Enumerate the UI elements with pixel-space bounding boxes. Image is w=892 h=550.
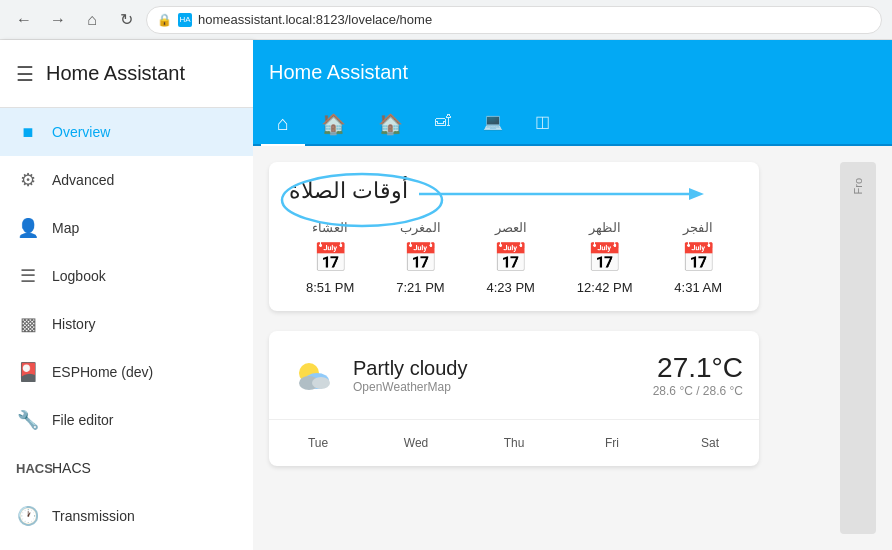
sidebar-item-label: Logbook xyxy=(52,268,106,284)
menu-icon[interactable]: ☰ xyxy=(16,62,34,86)
forecast-day-label: Tue xyxy=(308,436,328,450)
prayer-name: العصر xyxy=(495,220,527,235)
weather-icon-wrap xyxy=(285,347,341,403)
grid-icon: ■ xyxy=(16,122,40,143)
sidebar-item-label: Map xyxy=(52,220,79,236)
sidebar-item-file-editor[interactable]: 🔧 File editor xyxy=(0,396,253,444)
weather-condition: Partly cloudy xyxy=(353,357,641,380)
prayer-card-header: أوقات الصلاة xyxy=(269,162,759,212)
weather-temperature: 27.1°C xyxy=(653,352,743,384)
prayer-name: العشاء xyxy=(312,220,348,235)
lock-icon: 🔒 xyxy=(157,13,172,27)
sidebar-item-esphome[interactable]: 🎴 ESPHome (dev) xyxy=(0,348,253,396)
prayer-name: الفجر xyxy=(683,220,713,235)
prayer-time-maghrib: المغرب 📅 7:21 PM xyxy=(396,220,444,295)
wrench-icon: 🔧 xyxy=(16,409,40,431)
tab-home[interactable]: ⌂ xyxy=(261,104,305,146)
nav-tabs: ⌂ 🏠 🏠 🛋 💻 ◫ xyxy=(253,104,892,146)
weather-forecast: Tue Wed Thu Fri Sat xyxy=(269,419,759,466)
sidebar-item-advanced[interactable]: ⚙ Advanced xyxy=(0,156,253,204)
svg-point-6 xyxy=(312,377,330,389)
forecast-day-wed: Wed xyxy=(367,428,465,458)
tab-screen[interactable]: 💻 xyxy=(467,104,519,146)
sidebar-item-history[interactable]: ▩ History xyxy=(0,300,253,348)
gear-icon: ⚙ xyxy=(16,169,40,191)
prayer-times-card: أوقات الصلاة الفجر 📅 4:31 AM xyxy=(269,162,759,311)
calendar-icon: 📅 xyxy=(493,241,528,274)
prayer-time-dhuhr: الظهر 📅 12:42 PM xyxy=(577,220,633,295)
sidebar-item-label: File editor xyxy=(52,412,113,428)
partly-cloudy-icon xyxy=(289,351,337,399)
film-icon: 🎴 xyxy=(16,361,40,383)
sidebar-item-label: Advanced xyxy=(52,172,114,188)
tab-persons[interactable]: 🏠 xyxy=(305,104,362,146)
forecast-day-thu: Thu xyxy=(465,428,563,458)
chart-icon: ▩ xyxy=(16,313,40,335)
prayer-card-title: أوقات الصلاة xyxy=(289,178,408,203)
hacs-icon: HACS xyxy=(16,461,40,476)
browser-chrome: ← → ⌂ ↻ 🔒 HA homeassistant.local:8123/lo… xyxy=(0,0,892,40)
home-button[interactable]: ⌂ xyxy=(78,6,106,34)
sidebar-item-label: Overview xyxy=(52,124,110,140)
forecast-day-label: Thu xyxy=(504,436,525,450)
calendar-icon: 📅 xyxy=(587,241,622,274)
tab-sofa[interactable]: 🛋 xyxy=(419,104,467,146)
right-panel: Fro xyxy=(840,162,876,534)
prayer-time-value: 7:21 PM xyxy=(396,280,444,295)
sidebar-item-map[interactable]: 👤 Map xyxy=(0,204,253,252)
prayer-times-grid: الفجر 📅 4:31 AM الظهر 📅 12:42 PM العصر 📅 xyxy=(269,212,759,311)
prayer-name: المغرب xyxy=(400,220,441,235)
sidebar-item-label: ESPHome (dev) xyxy=(52,364,153,380)
sidebar-title: Home Assistant xyxy=(46,62,185,85)
favicon: HA xyxy=(178,13,192,27)
weather-info: Partly cloudy OpenWeatherMap xyxy=(353,357,641,394)
refresh-button[interactable]: ↻ xyxy=(112,6,140,34)
sidebar-item-hacs[interactable]: HACS HACS xyxy=(0,444,253,492)
prayer-time-fajr: الفجر 📅 4:31 AM xyxy=(674,220,722,295)
cards-column: أوقات الصلاة الفجر 📅 4:31 AM xyxy=(269,162,828,534)
weather-range: 28.6 °C / 28.6 °C xyxy=(653,384,743,398)
address-bar[interactable]: 🔒 HA homeassistant.local:8123/lovelace/h… xyxy=(146,6,882,34)
prayer-time-value: 8:51 PM xyxy=(306,280,354,295)
panel-label: Fro xyxy=(852,170,864,203)
forecast-day-label: Wed xyxy=(404,436,428,450)
prayer-time-isha: العشاء 📅 8:51 PM xyxy=(306,220,354,295)
list-icon: ☰ xyxy=(16,265,40,287)
top-bar: Home Assistant xyxy=(253,40,892,104)
forecast-day-sat: Sat xyxy=(661,428,759,458)
sidebar-item-logbook[interactable]: ☰ Logbook xyxy=(0,252,253,300)
prayer-name: الظهر xyxy=(589,220,621,235)
person-icon: 👤 xyxy=(16,217,40,239)
prayer-time-value: 4:23 PM xyxy=(487,280,535,295)
forecast-day-tue: Tue xyxy=(269,428,367,458)
prayer-time-value: 4:31 AM xyxy=(674,280,722,295)
tab-home2[interactable]: 🏠 xyxy=(362,104,419,146)
topbar-title: Home Assistant xyxy=(269,61,876,84)
annotation-arrow xyxy=(419,174,719,214)
sidebar-item-overview[interactable]: ■ Overview xyxy=(0,108,253,156)
calendar-icon: 📅 xyxy=(681,241,716,274)
sidebar: ☰ Home Assistant ■ Overview ⚙ Advanced 👤… xyxy=(0,40,253,550)
back-button[interactable]: ← xyxy=(10,6,38,34)
forward-button[interactable]: → xyxy=(44,6,72,34)
weather-card: Partly cloudy OpenWeatherMap 27.1°C 28.6… xyxy=(269,331,759,466)
content-area: أوقات الصلاة الفجر 📅 4:31 AM xyxy=(253,146,892,550)
svg-marker-2 xyxy=(689,188,704,200)
sidebar-item-label: Transmission xyxy=(52,508,135,524)
clock-icon: 🕐 xyxy=(16,505,40,527)
sidebar-item-label: HACS xyxy=(52,460,91,476)
app-container: ☰ Home Assistant ■ Overview ⚙ Advanced 👤… xyxy=(0,40,892,550)
forecast-day-fri: Fri xyxy=(563,428,661,458)
prayer-time-value: 12:42 PM xyxy=(577,280,633,295)
main-content: Home Assistant ⌂ 🏠 🏠 🛋 💻 ◫ xyxy=(253,40,892,550)
prayer-time-asr: العصر 📅 4:23 PM xyxy=(487,220,535,295)
tab-grid[interactable]: ◫ xyxy=(519,104,566,146)
calendar-icon: 📅 xyxy=(313,241,348,274)
url-text: homeassistant.local:8123/lovelace/home xyxy=(198,12,432,27)
sidebar-item-transmission[interactable]: 🕐 Transmission xyxy=(0,492,253,540)
forecast-day-label: Sat xyxy=(701,436,719,450)
sidebar-header: ☰ Home Assistant xyxy=(0,40,253,108)
sidebar-item-label: History xyxy=(52,316,96,332)
calendar-icon: 📅 xyxy=(403,241,438,274)
forecast-day-label: Fri xyxy=(605,436,619,450)
